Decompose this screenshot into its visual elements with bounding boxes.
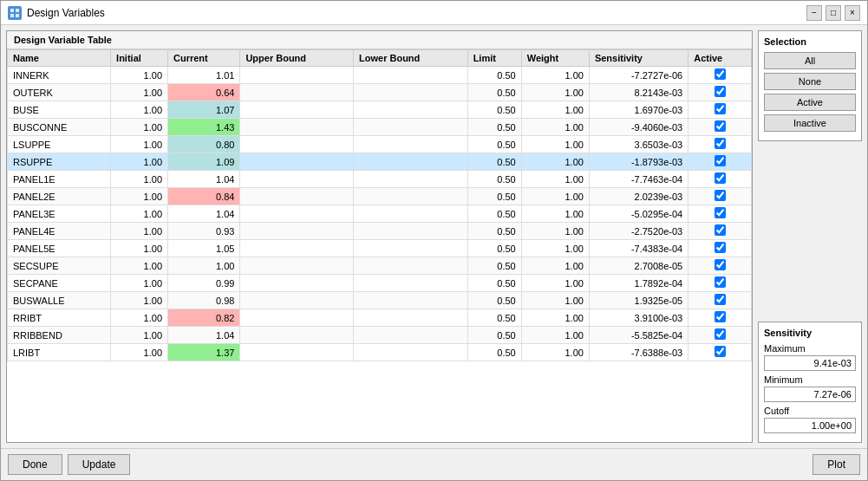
table-row[interactable]: BUSWALLE1.000.980.501.001.9325e-05 <box>8 292 752 309</box>
cell: 0.64 <box>168 84 240 101</box>
cell: 1.00 <box>521 240 589 257</box>
cell: 1.00 <box>111 188 168 205</box>
active-checkbox-cell[interactable] <box>689 292 752 309</box>
active-checkbox-cell[interactable] <box>689 101 752 119</box>
select-all-button[interactable]: All <box>764 52 856 69</box>
cell <box>354 257 468 275</box>
panel-title: Design Variable Table <box>7 31 752 49</box>
cell: INNERK <box>8 67 111 84</box>
active-checkbox[interactable] <box>715 155 726 166</box>
active-checkbox-cell[interactable] <box>689 171 752 188</box>
active-checkbox-cell[interactable] <box>689 309 752 327</box>
active-checkbox-cell[interactable] <box>689 188 752 205</box>
active-checkbox[interactable] <box>715 346 726 357</box>
col-header-limit: Limit <box>467 50 521 67</box>
cell: 1.00 <box>111 327 168 344</box>
active-checkbox[interactable] <box>715 328 726 340</box>
cell: -7.2727e-06 <box>589 67 688 84</box>
cell: 1.37 <box>168 344 240 361</box>
active-checkbox[interactable] <box>715 259 726 270</box>
update-button[interactable]: Update <box>68 454 131 475</box>
cell: -5.0295e-04 <box>589 205 688 223</box>
maximize-button[interactable]: □ <box>826 5 841 21</box>
active-checkbox-cell[interactable] <box>689 223 752 240</box>
active-checkbox-cell[interactable] <box>689 136 752 153</box>
cell: 3.9100e-03 <box>589 309 688 327</box>
active-checkbox-cell[interactable] <box>689 119 752 136</box>
cell: 1.00 <box>111 223 168 240</box>
active-checkbox-cell[interactable] <box>689 257 752 275</box>
maximum-label: Maximum <box>764 343 856 354</box>
cell <box>354 344 468 361</box>
active-checkbox-cell[interactable] <box>689 344 752 361</box>
active-checkbox-cell[interactable] <box>689 153 752 171</box>
cell: 2.0239e-03 <box>589 188 688 205</box>
active-checkbox[interactable] <box>715 311 726 322</box>
active-checkbox-cell[interactable] <box>689 84 752 101</box>
cell <box>240 292 354 309</box>
table-row[interactable]: PANEL4E1.000.930.501.00-2.7520e-03 <box>8 223 752 240</box>
active-checkbox[interactable] <box>715 190 726 201</box>
table-row[interactable]: LRIBT1.001.370.501.00-7.6388e-03 <box>8 344 752 361</box>
table-row[interactable]: RRIBBEND1.001.040.501.00-5.5825e-04 <box>8 327 752 344</box>
table-row[interactable]: RRIBT1.000.820.501.003.9100e-03 <box>8 309 752 327</box>
table-row[interactable]: SECSUPE1.001.000.501.002.7008e-05 <box>8 257 752 275</box>
cell <box>354 136 468 153</box>
table-container[interactable]: Name Initial Current Upper Bound Lower B… <box>7 49 752 442</box>
cell: 0.50 <box>467 223 521 240</box>
cell <box>354 240 468 257</box>
active-checkbox-cell[interactable] <box>689 205 752 223</box>
cell <box>240 257 354 275</box>
minimum-value[interactable] <box>764 387 856 402</box>
active-checkbox[interactable] <box>715 276 726 288</box>
active-checkbox-cell[interactable] <box>689 327 752 344</box>
table-row[interactable]: PANEL3E1.001.040.501.00-5.0295e-04 <box>8 205 752 223</box>
cell: 1.00 <box>111 309 168 327</box>
cell: 1.00 <box>521 223 589 240</box>
cell <box>354 153 468 171</box>
cell <box>354 327 468 344</box>
cutoff-value[interactable] <box>764 418 856 433</box>
table-row[interactable]: BUSE1.001.070.501.001.6970e-03 <box>8 101 752 119</box>
active-checkbox[interactable] <box>715 172 726 184</box>
select-inactive-button[interactable]: Inactive <box>764 114 856 132</box>
table-row[interactable]: SECPANE1.000.990.501.001.7892e-04 <box>8 275 752 292</box>
active-checkbox[interactable] <box>715 68 726 80</box>
table-row[interactable]: INNERK1.001.010.501.00-7.2727e-06 <box>8 67 752 84</box>
active-checkbox-cell[interactable] <box>689 240 752 257</box>
cell: 1.00 <box>521 153 589 171</box>
active-checkbox[interactable] <box>715 138 726 149</box>
maximum-value[interactable] <box>764 355 856 371</box>
active-checkbox[interactable] <box>715 103 726 114</box>
table-row[interactable]: BUSCONNE1.001.430.501.00-9.4060e-03 <box>8 119 752 136</box>
col-header-weight: Weight <box>521 50 589 67</box>
table-row[interactable]: PANEL5E1.001.050.501.00-7.4383e-04 <box>8 240 752 257</box>
table-row[interactable]: LSUPPE1.000.800.501.003.6503e-03 <box>8 136 752 153</box>
done-button[interactable]: Done <box>8 454 62 475</box>
active-checkbox[interactable] <box>715 242 726 253</box>
minimize-button[interactable]: − <box>806 5 822 21</box>
cell: 0.50 <box>467 67 521 84</box>
cell: 0.50 <box>467 327 521 344</box>
cell <box>354 84 468 101</box>
select-active-button[interactable]: Active <box>764 94 856 111</box>
cell <box>240 136 354 153</box>
active-checkbox-cell[interactable] <box>689 67 752 84</box>
active-checkbox[interactable] <box>715 207 726 218</box>
close-button[interactable]: × <box>845 5 860 21</box>
cell <box>240 223 354 240</box>
table-row[interactable]: PANEL1E1.001.040.501.00-7.7463e-04 <box>8 171 752 188</box>
select-none-button[interactable]: None <box>764 73 856 90</box>
active-checkbox[interactable] <box>715 294 726 305</box>
active-checkbox[interactable] <box>715 120 726 132</box>
plot-button[interactable]: Plot <box>813 454 860 475</box>
active-checkbox[interactable] <box>715 86 726 97</box>
active-checkbox[interactable] <box>715 224 726 236</box>
cell <box>240 344 354 361</box>
table-row[interactable]: OUTERK1.000.640.501.008.2143e-03 <box>8 84 752 101</box>
bottom-left-buttons: Done Update <box>8 454 130 475</box>
table-row[interactable]: RSUPPE1.001.090.501.00-1.8793e-03 <box>8 153 752 171</box>
cell <box>240 275 354 292</box>
active-checkbox-cell[interactable] <box>689 275 752 292</box>
table-row[interactable]: PANEL2E1.000.840.501.002.0239e-03 <box>8 188 752 205</box>
